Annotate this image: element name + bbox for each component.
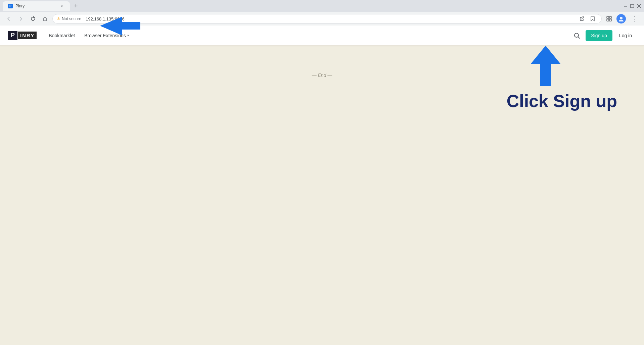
tab-favicon: P [8, 4, 13, 8]
maximize-btn[interactable] [630, 4, 635, 8]
nav-actions: Sign up Log in [571, 30, 636, 42]
app-navbar: P INRY Bookmarklet Browser Extensions ▾ … [0, 26, 644, 46]
svg-rect-8 [609, 16, 611, 18]
logo-letter: P [8, 31, 17, 40]
logo-text: INRY [18, 32, 37, 39]
login-button[interactable]: Log in [615, 30, 636, 41]
end-text: — End — [312, 72, 332, 78]
tab-bar: P Pinry × + [0, 0, 644, 12]
share-btn[interactable] [577, 14, 587, 23]
page-content: — End — [0, 46, 644, 78]
security-icon: ⚠ [57, 16, 60, 21]
signup-button[interactable]: Sign up [586, 30, 612, 41]
extensions-link[interactable]: Browser Extensions ▾ [80, 30, 133, 41]
address-bar-actions [577, 14, 597, 23]
click-signup-text: Click Sign up [507, 91, 617, 111]
browser-chrome: P Pinry × + [0, 0, 644, 26]
svg-point-11 [620, 17, 623, 19]
window-controls [616, 4, 641, 8]
tab-title: Pinry [15, 4, 56, 8]
svg-rect-2 [617, 7, 621, 7]
svg-line-15 [578, 37, 580, 38]
click-signup-annotation: Click Sign up [507, 91, 617, 111]
svg-rect-4 [631, 4, 634, 8]
security-warning: ⚠ Not secure | [57, 16, 84, 21]
address-bar[interactable]: ⚠ Not secure | 192.168.1.135:9096 [52, 14, 602, 23]
window-list-btn[interactable] [616, 4, 621, 8]
svg-rect-7 [607, 16, 609, 18]
browser-nav-bar: ⚠ Not secure | 192.168.1.135:9096 [0, 12, 644, 26]
close-btn[interactable] [637, 4, 641, 8]
extensions-btn[interactable] [604, 14, 614, 23]
nav-links: Bookmarklet Browser Extensions ▾ [45, 30, 571, 41]
forward-button[interactable] [16, 14, 26, 23]
chevron-down-icon: ▾ [127, 34, 129, 37]
svg-rect-10 [609, 19, 611, 21]
url-separator: | [83, 16, 84, 21]
reload-button[interactable] [28, 14, 38, 23]
back-button[interactable] [4, 14, 13, 23]
bookmarklet-link[interactable]: Bookmarklet [45, 30, 79, 41]
active-tab[interactable]: P Pinry × [3, 1, 70, 11]
browser-menu-btn[interactable]: ⋮ [629, 14, 640, 24]
search-button[interactable] [571, 30, 583, 42]
app-container: P INRY Bookmarklet Browser Extensions ▾ … [0, 26, 644, 345]
minimize-btn[interactable] [623, 4, 628, 8]
svg-rect-0 [617, 5, 621, 5]
app-logo[interactable]: P INRY [8, 31, 37, 40]
url-display: 192.168.1.135:9096 [86, 16, 125, 21]
bookmark-btn[interactable] [588, 14, 597, 23]
home-button[interactable] [40, 14, 50, 23]
svg-rect-3 [624, 6, 627, 7]
new-tab-button[interactable]: + [71, 1, 81, 11]
extensions-label: Browser Extensions [84, 33, 126, 38]
security-label: Not secure [62, 16, 81, 21]
tab-close-btn[interactable]: × [59, 3, 64, 9]
profile-avatar[interactable] [616, 14, 626, 23]
svg-rect-9 [607, 19, 609, 21]
svg-rect-1 [617, 6, 621, 6]
